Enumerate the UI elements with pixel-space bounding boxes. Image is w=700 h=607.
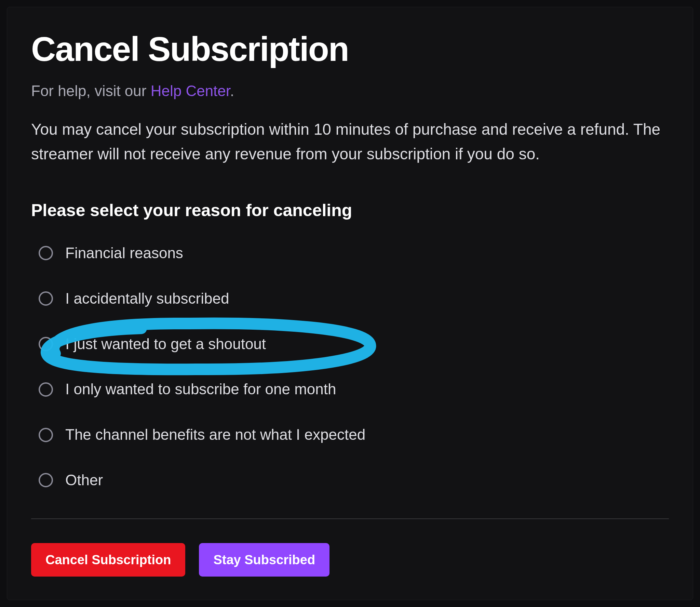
reason-option-one-month[interactable]: I only wanted to subscribe for one month [39, 380, 669, 398]
reason-option-financial[interactable]: Financial reasons [39, 244, 669, 262]
help-center-link[interactable]: Help Center [151, 82, 230, 99]
reason-radio-group: Financial reasons I accidentally subscri… [39, 244, 669, 489]
radio-icon [39, 246, 53, 260]
page-title: Cancel Subscription [31, 31, 669, 67]
help-prefix: For help, visit our [31, 82, 151, 99]
reason-label: The channel benefits are not what I expe… [65, 426, 365, 444]
reason-option-benefits[interactable]: The channel benefits are not what I expe… [39, 426, 669, 444]
cancel-subscription-panel: Cancel Subscription For help, visit our … [7, 7, 693, 600]
cancel-subscription-button[interactable]: Cancel Subscription [31, 543, 185, 577]
reason-option-other[interactable]: Other [39, 471, 669, 489]
radio-icon [39, 428, 53, 442]
help-suffix: . [230, 82, 234, 99]
radio-icon [39, 382, 53, 397]
reason-label: I just wanted to get a shoutout [65, 335, 266, 353]
radio-icon [39, 337, 53, 351]
button-row: Cancel Subscription Stay Subscribed [31, 543, 669, 577]
reason-label: Financial reasons [65, 244, 183, 262]
reason-heading: Please select your reason for canceling [31, 200, 669, 220]
refund-description: You may cancel your subscription within … [31, 117, 669, 166]
reason-label: I only wanted to subscribe for one month [65, 380, 336, 398]
reason-label: Other [65, 471, 103, 489]
reason-option-accidental[interactable]: I accidentally subscribed [39, 290, 669, 308]
radio-icon [39, 291, 53, 306]
help-line: For help, visit our Help Center. [31, 81, 669, 101]
reason-label: I accidentally subscribed [65, 290, 229, 308]
stay-subscribed-button[interactable]: Stay Subscribed [199, 543, 329, 577]
divider [31, 518, 669, 519]
reason-option-shoutout[interactable]: I just wanted to get a shoutout [39, 335, 669, 353]
radio-icon [39, 473, 53, 487]
